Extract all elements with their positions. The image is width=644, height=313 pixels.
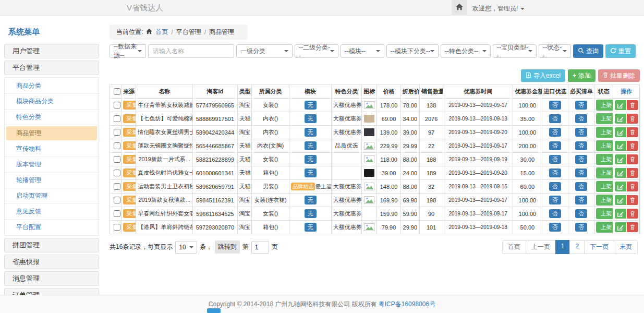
cell-icon bbox=[362, 139, 377, 153]
row-checkbox[interactable] bbox=[114, 156, 120, 163]
cell-amount: 50.00 bbox=[513, 221, 542, 234]
edit-button[interactable] bbox=[615, 195, 626, 205]
sidebar-item[interactable]: 商品分类 bbox=[5, 78, 99, 94]
pagination-item[interactable]: 末页 bbox=[614, 240, 638, 254]
table-row: 采集早春网红针织外套女春...596611634525淘宝女装()无大额优惠券1… bbox=[110, 207, 640, 221]
add-button[interactable]: + 添加 bbox=[568, 69, 596, 82]
status-button[interactable]: 上架 bbox=[596, 154, 613, 165]
reset-button[interactable]: 重置 bbox=[605, 44, 636, 58]
delete-button[interactable] bbox=[627, 154, 638, 164]
must-buy-badge: 否 bbox=[575, 209, 587, 218]
edit-button[interactable] bbox=[615, 168, 626, 178]
row-checkbox[interactable] bbox=[114, 115, 120, 122]
status-button[interactable]: 上架 bbox=[596, 208, 613, 219]
filter-level1-category-select[interactable]: 一级分类 bbox=[236, 44, 293, 58]
pagination-item[interactable]: 上一页 bbox=[526, 240, 556, 254]
filter-level2-category-select[interactable]: --二级分类-- bbox=[295, 44, 338, 58]
delete-button[interactable] bbox=[627, 100, 638, 110]
row-checkbox[interactable] bbox=[114, 210, 120, 217]
sidebar-item[interactable]: 特色分类 bbox=[5, 110, 99, 125]
sidebar-group[interactable]: 消息管理 bbox=[4, 271, 99, 286]
cell-must: 否 bbox=[568, 180, 594, 194]
sidebar-group[interactable]: 拼团管理 bbox=[4, 238, 99, 252]
home-button[interactable] bbox=[452, 0, 467, 16]
edit-button[interactable] bbox=[615, 222, 626, 232]
page-number-input[interactable] bbox=[251, 241, 269, 254]
filter-module-sub-category-select[interactable]: --模块下分类-- bbox=[386, 44, 439, 58]
delete-button[interactable] bbox=[627, 222, 638, 232]
pagination-item[interactable]: 首页 bbox=[502, 240, 526, 254]
row-checkbox[interactable] bbox=[114, 224, 120, 231]
filter-feature-category-select[interactable]: --特色分类-- bbox=[441, 44, 491, 58]
sidebar-item[interactable]: 意见反馈 bbox=[5, 204, 99, 220]
cell-type: 天猫 bbox=[237, 180, 251, 194]
edit-button[interactable] bbox=[615, 100, 626, 110]
delete-button[interactable] bbox=[627, 127, 638, 137]
status-button[interactable]: 上架 bbox=[596, 127, 613, 138]
sidebar-group[interactable]: 省惠快报 bbox=[4, 255, 99, 269]
module-badge: 无 bbox=[305, 128, 317, 136]
cell-icon bbox=[362, 99, 377, 112]
delete-button[interactable] bbox=[627, 209, 638, 219]
cell-name: 真皮钱包时尚优雅女士... bbox=[136, 166, 193, 180]
edit-button[interactable] bbox=[615, 182, 626, 191]
select-all-checkbox[interactable] bbox=[114, 88, 120, 95]
row-checkbox[interactable] bbox=[114, 183, 120, 190]
status-button[interactable]: 上架 bbox=[596, 113, 613, 124]
jump-button[interactable]: 跳转到 bbox=[215, 240, 240, 254]
page-size-select[interactable]: 10 bbox=[175, 241, 197, 254]
pagination-item[interactable]: 2 bbox=[569, 240, 585, 254]
filter-status-select[interactable]: --状态-- bbox=[539, 44, 571, 58]
cell-sales: 22 bbox=[419, 139, 443, 153]
filter-item-type-select[interactable]: --宝贝类型-- bbox=[493, 44, 537, 58]
sidebar-item[interactable]: 模块商品分类 bbox=[5, 94, 99, 110]
sidebar-item[interactable]: 商品管理 bbox=[6, 126, 97, 140]
delete-button[interactable] bbox=[627, 141, 638, 151]
sidebar-item[interactable]: 版本管理 bbox=[5, 157, 99, 173]
sidebar-item[interactable]: 启动页管理 bbox=[5, 188, 99, 204]
pagination-item[interactable]: 下一页 bbox=[584, 240, 614, 254]
filter-data-source-select[interactable]: --数据来源-- bbox=[110, 44, 146, 58]
bulk-delete-button[interactable]: 批量删除 bbox=[598, 69, 640, 82]
row-checkbox[interactable] bbox=[114, 142, 120, 149]
cell-import: 否 bbox=[542, 99, 568, 112]
status-button[interactable]: 上架 bbox=[596, 222, 613, 233]
status-button[interactable]: 上架 bbox=[596, 140, 613, 151]
icp-link[interactable]: 粤ICP备16098006号 bbox=[379, 300, 435, 309]
import-excel-button[interactable]: 导入excel bbox=[521, 69, 565, 82]
status-button[interactable]: 上架 bbox=[596, 167, 613, 178]
sidebar-item[interactable]: 宣传物料 bbox=[5, 141, 99, 157]
delete-button[interactable] bbox=[627, 114, 638, 124]
cell-sales: 97 bbox=[419, 126, 443, 139]
delete-button[interactable] bbox=[627, 182, 638, 191]
status-button[interactable]: 上架 bbox=[596, 100, 613, 111]
cell-feature: 大额优惠券 bbox=[331, 126, 361, 139]
sidebar-group[interactable]: 平台管理 bbox=[4, 61, 99, 75]
query-button[interactable]: 查询 bbox=[573, 44, 603, 58]
cell-source: 采集 bbox=[121, 180, 136, 194]
sidebar-item[interactable]: 平台配置 bbox=[5, 220, 99, 235]
row-checkbox[interactable] bbox=[114, 197, 120, 203]
pagination-item[interactable]: 1 bbox=[555, 240, 570, 254]
sidebar-item[interactable]: 轮播管理 bbox=[5, 173, 99, 188]
cell-tkid: 588216228899 bbox=[193, 153, 238, 166]
status-button[interactable]: 上架 bbox=[596, 181, 613, 192]
user-menu[interactable]: 欢迎您，管理员! bbox=[472, 4, 525, 13]
edit-button[interactable] bbox=[615, 209, 626, 219]
sidebar-group[interactable]: 用户管理 bbox=[4, 44, 99, 58]
edit-button[interactable] bbox=[615, 141, 626, 151]
must-buy-badge: 否 bbox=[575, 141, 587, 150]
cell-amount: 100.00 bbox=[513, 99, 542, 112]
filter-name-search-input[interactable] bbox=[148, 44, 234, 58]
row-checkbox[interactable] bbox=[114, 102, 120, 109]
status-button[interactable]: 上架 bbox=[596, 195, 613, 206]
delete-button[interactable] bbox=[627, 168, 638, 178]
edit-button[interactable] bbox=[615, 127, 626, 137]
delete-button[interactable] bbox=[627, 195, 638, 205]
row-checkbox[interactable] bbox=[114, 170, 120, 176]
filter-module-select[interactable]: --模块-- bbox=[341, 44, 384, 58]
row-checkbox[interactable] bbox=[114, 129, 120, 136]
edit-button[interactable] bbox=[615, 154, 626, 164]
breadcrumb-home-link[interactable]: 首页 bbox=[155, 28, 168, 37]
edit-button[interactable] bbox=[615, 114, 626, 124]
